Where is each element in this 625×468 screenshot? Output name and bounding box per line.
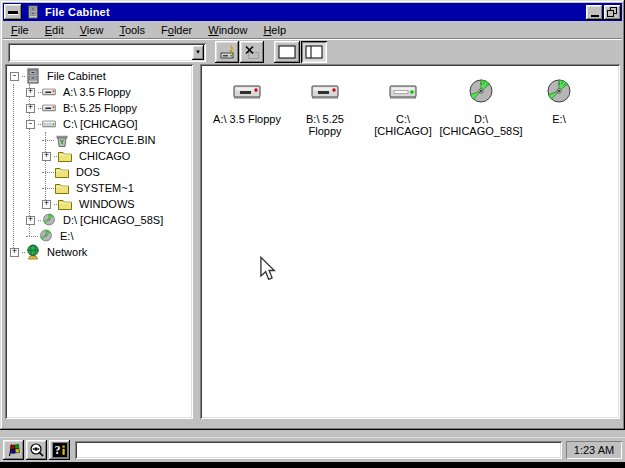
system-menu-icon bbox=[8, 11, 18, 14]
expand-box-plus-icon[interactable]: + bbox=[42, 200, 51, 209]
find-button[interactable] bbox=[26, 440, 47, 460]
tree-item-label: WINDOWS bbox=[77, 198, 137, 210]
restore-icon bbox=[607, 7, 618, 18]
tree-item-chicago[interactable]: +CHICAGO bbox=[7, 148, 191, 164]
tree-item-recycle-bin[interactable]: $RECYCLE.BIN bbox=[7, 132, 191, 148]
tree-item-label: B:\ 5.25 Floppy bbox=[61, 102, 139, 114]
disconnect-network-drive-button[interactable] bbox=[240, 41, 264, 63]
list-item-d-chicago-58s[interactable]: D:\[CHICAGO_58S] bbox=[442, 76, 520, 137]
taskbar-clock: 1:23 AM bbox=[566, 441, 622, 459]
titlebar[interactable]: File Cabinet bbox=[3, 3, 622, 21]
expand-box-plus-icon[interactable]: + bbox=[42, 152, 51, 161]
tree-item-label: SYSTEM~1 bbox=[74, 182, 136, 194]
harddrive-icon bbox=[41, 116, 57, 132]
tree-item-c-chicago[interactable]: -C:\ [CHICAGO] bbox=[7, 116, 191, 132]
menu-tools[interactable]: Tools bbox=[111, 22, 153, 38]
tree-item-dos[interactable]: DOS bbox=[7, 164, 191, 180]
desktop: File Cabinet FileEditViewToolsFolderWind… bbox=[0, 0, 625, 468]
system-menu-button[interactable] bbox=[4, 4, 22, 20]
folder-tree-pane[interactable]: -File Cabinet+A:\ 3.5 Floppy+B:\ 5.25 Fl… bbox=[5, 64, 193, 419]
tree-connector bbox=[42, 188, 54, 189]
list-item-e[interactable]: E:\ bbox=[520, 76, 598, 137]
recycle-icon bbox=[54, 132, 70, 148]
list-item-b-5-25-floppy[interactable]: B:\ 5.25Floppy bbox=[286, 76, 364, 137]
screen-edge bbox=[0, 462, 625, 468]
address-input[interactable] bbox=[10, 45, 194, 60]
floppy-icon bbox=[41, 84, 57, 100]
address-combobox[interactable]: ▼ bbox=[8, 43, 206, 62]
tree-item-label: A:\ 3.5 Floppy bbox=[61, 86, 133, 98]
svg-text:?: ? bbox=[54, 443, 60, 457]
help-icon: ? bbox=[52, 442, 68, 458]
file-cabinet-window: File Cabinet FileEditViewToolsFolderWind… bbox=[0, 0, 625, 430]
cdrom-icon bbox=[543, 76, 575, 108]
menu-bar: FileEditViewToolsFolderWindowHelp bbox=[3, 21, 622, 39]
tree-item-label: File Cabinet bbox=[45, 70, 108, 82]
expand-box-minus-icon[interactable]: - bbox=[10, 72, 19, 81]
tree-item-label: E:\ bbox=[58, 230, 75, 242]
expand-box-plus-icon[interactable]: + bbox=[26, 104, 35, 113]
menu-file[interactable]: File bbox=[3, 22, 37, 38]
mouse-cursor-arrow bbox=[259, 256, 276, 281]
taskbar: ? 1:23 AM bbox=[0, 437, 625, 462]
connect-network-drive-icon bbox=[219, 44, 235, 60]
expand-box-plus-icon[interactable]: + bbox=[26, 88, 35, 97]
folder-icon bbox=[54, 180, 70, 196]
floppy-icon bbox=[41, 100, 57, 116]
tree-item-d-chicago-58s[interactable]: +D:\ [CHICAGO_58S] bbox=[7, 212, 191, 228]
combobox-dropdown-button[interactable]: ▼ bbox=[192, 45, 204, 60]
restore-button[interactable] bbox=[604, 5, 621, 20]
expand-box-plus-icon[interactable]: + bbox=[26, 216, 35, 225]
taskbar-task-area[interactable] bbox=[75, 441, 562, 459]
tree-item-label: Network bbox=[45, 246, 89, 258]
menu-window[interactable]: Window bbox=[200, 22, 255, 38]
tree-connector bbox=[42, 140, 54, 141]
tree-item-file-cabinet[interactable]: -File Cabinet bbox=[7, 68, 191, 84]
tree-item-label: C:\ [CHICAGO] bbox=[61, 118, 140, 130]
menu-view[interactable]: View bbox=[72, 22, 112, 38]
menu-folder[interactable]: Folder bbox=[153, 22, 200, 38]
disconnect-network-drive-icon bbox=[244, 44, 260, 60]
toolbar: ▼ bbox=[3, 39, 622, 64]
tree-connector bbox=[42, 172, 54, 173]
tree-item-system-1[interactable]: SYSTEM~1 bbox=[7, 180, 191, 196]
tree-item-e[interactable]: E:\ bbox=[7, 228, 191, 244]
contents-pane[interactable]: A:\ 3.5 FloppyB:\ 5.25FloppyC:\[CHICAGO]… bbox=[200, 64, 620, 419]
harddrive-icon bbox=[387, 76, 419, 108]
list-item-a-3-5-floppy[interactable]: A:\ 3.5 Floppy bbox=[208, 76, 286, 137]
tree-item-label: D:\ [CHICAGO_58S] bbox=[61, 214, 165, 226]
chevron-down-icon: ▼ bbox=[195, 49, 201, 55]
expand-box-minus-icon[interactable]: - bbox=[26, 120, 35, 129]
system-flag-button[interactable] bbox=[3, 440, 24, 460]
tree-item-windows[interactable]: +WINDOWS bbox=[7, 196, 191, 212]
tree-connector bbox=[26, 236, 38, 237]
window-title: File Cabinet bbox=[45, 6, 110, 18]
menu-help[interactable]: Help bbox=[255, 22, 294, 38]
help-button[interactable]: ? bbox=[49, 440, 70, 460]
folder-icon bbox=[57, 196, 73, 212]
single-pane-view-button[interactable] bbox=[274, 41, 300, 63]
tree-item-label: CHICAGO bbox=[77, 150, 132, 162]
expand-box-plus-icon[interactable]: + bbox=[10, 248, 19, 257]
dual-pane-view-icon bbox=[305, 45, 323, 59]
folder-icon bbox=[57, 148, 73, 164]
folder-icon bbox=[54, 164, 70, 180]
system-flag-icon bbox=[6, 442, 22, 458]
dual-pane-view-button[interactable] bbox=[301, 41, 327, 63]
icon-label: E:\ bbox=[511, 113, 607, 125]
minimize-icon bbox=[591, 15, 599, 17]
menu-edit[interactable]: Edit bbox=[37, 22, 72, 38]
tree-item-a-3-5-floppy[interactable]: +A:\ 3.5 Floppy bbox=[7, 84, 191, 100]
tree-item-network[interactable]: +Network bbox=[7, 244, 191, 260]
file-cabinet-icon bbox=[26, 5, 40, 19]
connect-network-drive-button[interactable] bbox=[215, 41, 239, 63]
tree-item-b-5-25-floppy[interactable]: +B:\ 5.25 Floppy bbox=[7, 100, 191, 116]
minimize-button[interactable] bbox=[586, 5, 603, 20]
cabinet-icon bbox=[25, 68, 41, 84]
floppy-icon bbox=[309, 76, 341, 108]
list-item-c-chicago[interactable]: C:\[CHICAGO] bbox=[364, 76, 442, 137]
tree-item-label: $RECYCLE.BIN bbox=[74, 134, 157, 146]
cdrom-icon bbox=[465, 76, 497, 108]
single-pane-view-icon bbox=[278, 45, 296, 59]
cdrom-icon bbox=[38, 228, 54, 244]
